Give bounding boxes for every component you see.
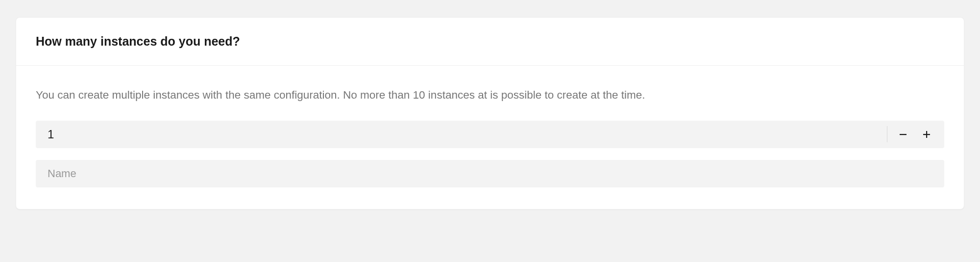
card-body: You can create multiple instances with t… — [16, 66, 964, 209]
section-title: How many instances do you need? — [36, 34, 944, 49]
quantity-stepper — [36, 121, 944, 148]
section-description: You can create multiple instances with t… — [36, 87, 944, 103]
card-header: How many instances do you need? — [16, 18, 964, 66]
svg-rect-2 — [926, 131, 927, 138]
svg-rect-0 — [900, 134, 906, 135]
name-input[interactable] — [36, 160, 944, 187]
minus-icon — [898, 130, 908, 139]
stepper-divider — [887, 126, 887, 143]
quantity-input[interactable] — [36, 121, 881, 148]
plus-icon — [922, 130, 931, 139]
stepper-controls — [881, 121, 944, 148]
decrement-button[interactable] — [891, 123, 915, 146]
instances-card: How many instances do you need? You can … — [16, 17, 964, 210]
increment-button[interactable] — [915, 123, 938, 146]
